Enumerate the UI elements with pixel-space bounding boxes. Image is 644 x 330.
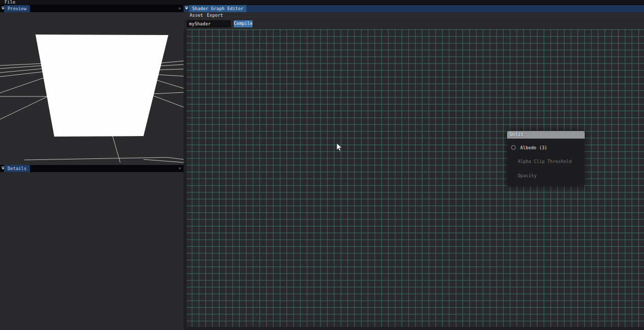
node-header[interactable]: Unlit [507, 131, 585, 139]
node-input-row: Albedo (3) [507, 145, 585, 151]
tab-preview[interactable]: Preview [4, 5, 30, 12]
graph-canvas[interactable]: Unlit Albedo (3) Alpha Clip Threshold Op… [187, 29, 644, 327]
menu-asset[interactable]: Asset [190, 12, 203, 19]
node-input-row: Alpha Clip Threshold [507, 158, 585, 164]
editor-title[interactable]: Shader Graph Editor [189, 5, 246, 12]
editor-menubar: Asset Export [184, 12, 644, 19]
details-panel: Details ✕ [0, 165, 184, 330]
preview-viewport[interactable] [0, 12, 184, 165]
shader-graph-editor-window: Shader Graph Editor Asset Export Compile… [184, 5, 644, 330]
editor-toolbar: Compile [184, 19, 644, 29]
shader-name-input[interactable] [187, 20, 231, 27]
node-input-label: Opacity [518, 173, 536, 179]
collapse-arrow-icon[interactable] [185, 8, 188, 10]
details-titlebar: Details ✕ [0, 165, 184, 172]
menu-file[interactable]: File [3, 0, 17, 5]
editor-titlebar: Shader Graph Editor [184, 5, 644, 12]
node-input-label: Alpha Clip Threshold [518, 158, 571, 164]
node-input-label: Albedo (3) [520, 145, 547, 151]
menu-export[interactable]: Export [207, 12, 223, 19]
mouse-cursor [336, 143, 342, 152]
tab-details[interactable]: Details [4, 165, 30, 172]
compile-button[interactable]: Compile [234, 20, 253, 27]
node-body: Albedo (3) Alpha Clip Threshold Opacity [507, 139, 585, 186]
node-input-row: Opacity [507, 173, 585, 179]
close-icon[interactable]: ✕ [178, 5, 181, 12]
preview-titlebar: Preview ✕ [0, 5, 184, 12]
node-unlit[interactable]: Unlit Albedo (3) Alpha Clip Threshold Op… [507, 131, 585, 186]
details-content [0, 172, 184, 330]
preview-mesh [35, 35, 168, 137]
wireframe-grid [0, 12, 184, 165]
preview-panel: Preview ✕ [0, 5, 184, 165]
menubar: File [0, 0, 644, 5]
port-albedo[interactable] [511, 145, 516, 150]
close-icon[interactable]: ✕ [178, 165, 181, 172]
